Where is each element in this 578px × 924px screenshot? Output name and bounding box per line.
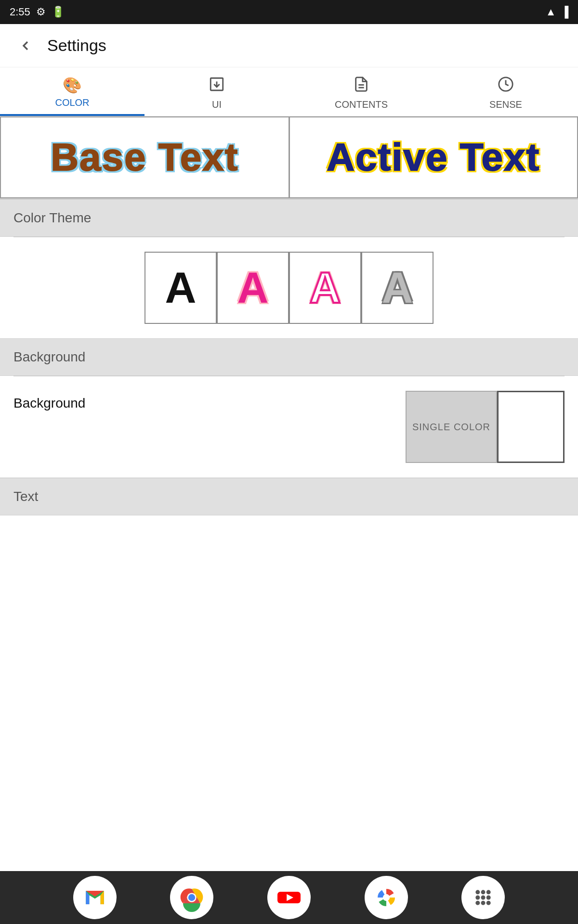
svg-point-20 [481, 896, 486, 900]
tab-sense[interactable]: SENSE [434, 67, 578, 116]
background-label: Background [13, 391, 406, 411]
svg-point-22 [476, 901, 480, 905]
page-title: Settings [47, 36, 106, 55]
wifi-status-icon: ▲ [546, 6, 556, 18]
text-section-content [0, 515, 578, 544]
ui-tab-icon [209, 76, 225, 96]
contents-tab-icon [353, 76, 369, 96]
tab-ui[interactable]: UI [144, 67, 289, 116]
sense-tab-icon [498, 76, 514, 96]
theme-option-plain[interactable]: A [144, 252, 217, 324]
active-text-preview[interactable]: Active Text [289, 116, 578, 198]
app-bar: Settings [0, 24, 578, 67]
tab-contents[interactable]: CONTENTS [289, 67, 434, 116]
tab-bar: 🎨 COLOR UI CONTENTS [0, 67, 578, 116]
color-theme-header: Color Theme [0, 199, 578, 237]
settings-status-icon: ⚙ [36, 6, 46, 18]
svg-point-18 [486, 890, 491, 894]
svg-point-14 [382, 894, 389, 901]
youtube-nav-icon[interactable] [267, 876, 311, 919]
background-row: Background SINGLE COLOR [0, 376, 578, 478]
theme-option-gray[interactable]: A [361, 252, 434, 324]
svg-point-21 [486, 896, 491, 900]
background-options: SINGLE COLOR [406, 391, 565, 463]
signal-status-icon: ▐ [561, 6, 568, 18]
gmail-nav-icon[interactable] [73, 876, 117, 919]
theme-pink-letter: A [237, 263, 269, 313]
theme-gray-letter: A [382, 263, 413, 313]
back-button[interactable] [13, 34, 38, 58]
theme-grid: A A A A [0, 237, 578, 338]
color-tab-icon: 🎨 [63, 76, 82, 94]
sim-status-icon: 🔋 [52, 6, 65, 18]
preview-row: Base Text Active Text [0, 116, 578, 199]
single-color-label: SINGLE COLOR [412, 422, 490, 433]
status-bar: 2:55 ⚙ 🔋 ▲ ▐ [0, 0, 578, 24]
ui-tab-label: UI [212, 99, 222, 110]
svg-point-16 [476, 890, 480, 894]
status-left: 2:55 ⚙ 🔋 [10, 6, 65, 18]
base-text-preview[interactable]: Base Text [0, 116, 289, 198]
status-time: 2:55 [10, 6, 30, 18]
tab-color[interactable]: 🎨 COLOR [0, 67, 144, 116]
active-text-label: Active Text [327, 135, 540, 180]
theme-option-pink-outline[interactable]: A [289, 252, 361, 324]
apps-nav-icon[interactable] [461, 876, 505, 919]
base-text-label: Base Text [46, 135, 243, 180]
svg-point-17 [481, 890, 486, 894]
color-tab-label: COLOR [55, 97, 89, 108]
bottom-nav [0, 871, 578, 924]
single-color-option[interactable]: SINGLE COLOR [406, 391, 497, 463]
white-color-option[interactable] [497, 391, 565, 463]
theme-pink-outline-letter: A [310, 263, 341, 313]
contents-tab-label: CONTENTS [335, 99, 388, 110]
theme-option-pink[interactable]: A [217, 252, 289, 324]
svg-point-24 [486, 901, 491, 905]
svg-point-9 [188, 894, 195, 901]
background-header: Background [0, 338, 578, 376]
status-right: ▲ ▐ [546, 6, 568, 18]
text-header: Text [0, 478, 578, 515]
theme-plain-letter: A [165, 263, 197, 313]
svg-point-19 [476, 896, 480, 900]
photos-nav-icon[interactable] [365, 876, 408, 919]
chrome-nav-icon[interactable] [170, 876, 213, 919]
svg-point-23 [481, 901, 486, 905]
sense-tab-label: SENSE [489, 99, 522, 110]
